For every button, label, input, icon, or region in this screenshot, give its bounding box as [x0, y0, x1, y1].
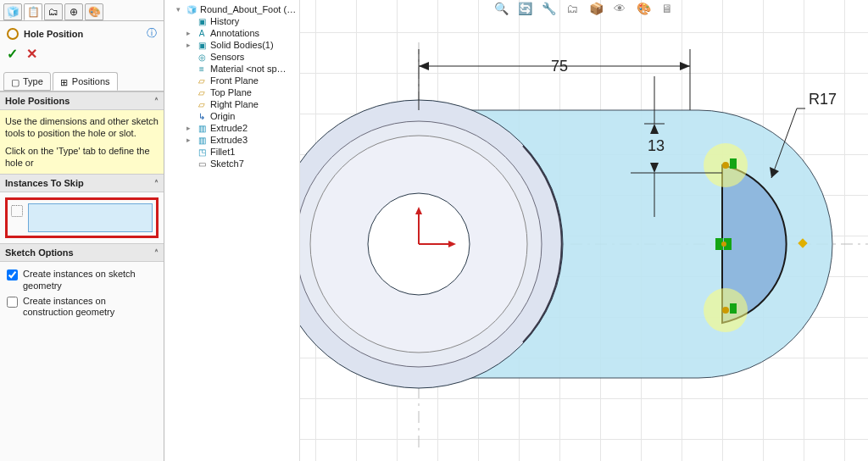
- expand-icon[interactable]: ▸: [186, 29, 193, 37]
- confirm-bar: ✓ ✕: [0, 46, 164, 69]
- tree-item-label: Annotations: [210, 28, 259, 38]
- pm-header: Hole Position ⓘ: [0, 21, 164, 46]
- origin-icon: ↳: [197, 111, 207, 121]
- tree-item-history[interactable]: ▣History: [186, 15, 298, 27]
- tree-item-material[interactable]: ≡Material <not sp…: [186, 63, 298, 75]
- tree-root-label: Round_About_Foot (…: [200, 4, 296, 14]
- tree-item-label: Top Plane: [210, 87, 252, 97]
- hint-line-1: Use the dimensions and other sketch tool…: [5, 115, 159, 140]
- sensors-icon: ◎: [197, 52, 207, 62]
- svg-rect-15: [730, 303, 737, 314]
- extrude-icon: ▥: [197, 123, 207, 133]
- hint-line-2: Click on the 'Type' tab to define the ho…: [5, 145, 159, 169]
- ok-button[interactable]: ✓: [7, 46, 18, 62]
- appearance-tab-icon[interactable]: 🎨: [85, 3, 103, 20]
- dim-75-value: 75: [551, 58, 568, 75]
- hint-box: Use the dimensions and other sketch tool…: [0, 110, 164, 174]
- tab-type-label: Type: [23, 76, 43, 86]
- expand-icon[interactable]: ▾: [176, 5, 183, 14]
- cancel-button[interactable]: ✕: [26, 46, 37, 62]
- tree-item-label: Origin: [210, 111, 235, 121]
- expand-icon[interactable]: ▸: [186, 124, 193, 132]
- dim-manager-tab-icon[interactable]: ⊕: [64, 3, 83, 20]
- tree-item-origin[interactable]: ↳Origin: [186, 110, 298, 122]
- property-panel: 🧊 📋 🗂 ⊕ 🎨 Hole Position ⓘ ✓ ✕ ▢ Type ⊞ P…: [0, 0, 164, 461]
- tree-item-label: Material <not sp…: [210, 64, 287, 74]
- skip-box: [0, 192, 164, 243]
- hole-point-bottom[interactable]: [704, 288, 748, 332]
- type-tab-icon: ▢: [11, 77, 19, 86]
- tree-item-label: Sensors: [210, 52, 244, 62]
- section-skip-label: Instances To Skip: [5, 178, 84, 188]
- tree-root[interactable]: ▾ 🧊 Round_About_Foot (…: [176, 3, 298, 15]
- solid-bodies-icon: ▣: [197, 40, 207, 50]
- feature-tree: ▾ 🧊 Round_About_Foot (… ▣History ▸AAnnot…: [164, 0, 300, 461]
- expand-icon[interactable]: ▸: [186, 41, 193, 49]
- extrude-icon: ▥: [197, 135, 207, 145]
- sketch-options-body: Create instances on sketch geometry Crea…: [0, 262, 164, 325]
- tree-item-label: Sketch7: [210, 158, 244, 169]
- config-manager-tab-icon[interactable]: 🗂: [44, 3, 63, 20]
- skip-highlight-frame: [5, 197, 159, 238]
- section-hole-positions-label: Hole Positions: [5, 96, 70, 106]
- part-icon: 🧊: [186, 4, 197, 14]
- svg-rect-9: [730, 158, 737, 169]
- checkbox-sketch-geometry[interactable]: [7, 269, 18, 280]
- type-positions-tabs: ▢ Type ⊞ Positions: [0, 69, 164, 92]
- plane-icon: ▱: [197, 87, 207, 97]
- tree-item-label: Extrude3: [210, 135, 248, 145]
- fillet-icon: ◳: [197, 147, 207, 157]
- svg-point-14: [722, 307, 729, 314]
- chevron-up-icon: ˄: [154, 97, 159, 106]
- dimension-75[interactable]: 75: [419, 49, 690, 110]
- tree-item-fillet1[interactable]: ◳Fillet1: [186, 146, 298, 158]
- tree-item-label: Solid Bodies(1): [210, 40, 274, 50]
- tree-item-label: Extrude2: [210, 123, 248, 133]
- section-sketch-options[interactable]: Sketch Options ˄: [0, 243, 164, 262]
- tab-type[interactable]: ▢ Type: [3, 72, 51, 91]
- svg-point-8: [722, 162, 729, 169]
- opt-construction-geometry[interactable]: Create instances on construction geometr…: [7, 294, 157, 321]
- tree-item-label: Right Plane: [210, 99, 259, 109]
- tree-item-label: Front Plane: [210, 75, 259, 86]
- panel-tabstrip: 🧊 📋 🗂 ⊕ 🎨: [0, 0, 164, 21]
- tree-item-label: Fillet1: [210, 147, 235, 157]
- history-icon: ▣: [197, 16, 207, 26]
- expand-icon[interactable]: ▸: [186, 136, 193, 144]
- dim-r17-value: R17: [809, 91, 837, 108]
- tree-item-annotations[interactable]: ▸AAnnotations: [186, 27, 298, 39]
- model-scene: 75 13 R17: [300, 0, 868, 461]
- tab-positions[interactable]: ⊞ Positions: [53, 72, 118, 91]
- tree-item-sensors[interactable]: ◎Sensors: [186, 51, 298, 63]
- plane-icon: ▱: [197, 75, 207, 86]
- sketch-icon: ▭: [197, 158, 207, 169]
- tree-item-extrude2[interactable]: ▸▥Extrude2: [186, 122, 298, 134]
- section-hole-positions[interactable]: Hole Positions ˄: [0, 92, 164, 110]
- skip-selection-field[interactable]: [28, 203, 153, 232]
- tree-item-right-plane[interactable]: ▱Right Plane: [186, 98, 298, 110]
- tree-item-top-plane[interactable]: ▱Top Plane: [186, 86, 298, 98]
- chevron-up-icon: ˄: [154, 179, 159, 188]
- hole-position-icon: [7, 28, 19, 40]
- dim-13-value: 13: [648, 137, 665, 154]
- tree-item-front-plane[interactable]: ▱Front Plane: [186, 75, 298, 86]
- material-icon: ≡: [197, 64, 207, 74]
- section-instances-to-skip[interactable]: Instances To Skip ˄: [0, 174, 164, 192]
- feature-manager-tab-icon[interactable]: 🧊: [3, 3, 22, 20]
- opt-sketch-geometry[interactable]: Create instances on sketch geometry: [7, 267, 157, 294]
- tree-item-sketch7[interactable]: ▭Sketch7: [186, 158, 298, 169]
- plane-icon: ▱: [197, 99, 207, 109]
- property-manager-tab-icon[interactable]: 📋: [24, 3, 42, 20]
- svg-point-12: [721, 242, 726, 247]
- tree-item-extrude3[interactable]: ▸▥Extrude3: [186, 134, 298, 146]
- annotations-icon: A: [197, 28, 207, 38]
- checkbox-construction-geometry[interactable]: [7, 297, 18, 308]
- help-icon[interactable]: ⓘ: [147, 26, 157, 41]
- opt-construction-geometry-label: Create instances on construction geometr…: [23, 296, 157, 319]
- opt-sketch-geometry-label: Create instances on sketch geometry: [23, 269, 157, 292]
- graphics-area[interactable]: 🔍 🔄 🔧 🗂 📦 👁 🎨 🖥: [300, 0, 868, 461]
- tree-item-solid-bodies[interactable]: ▸▣Solid Bodies(1): [186, 39, 298, 51]
- hole-point-top[interactable]: [704, 143, 748, 187]
- tree-item-label: History: [210, 16, 239, 26]
- chevron-up-icon: ˄: [154, 248, 159, 258]
